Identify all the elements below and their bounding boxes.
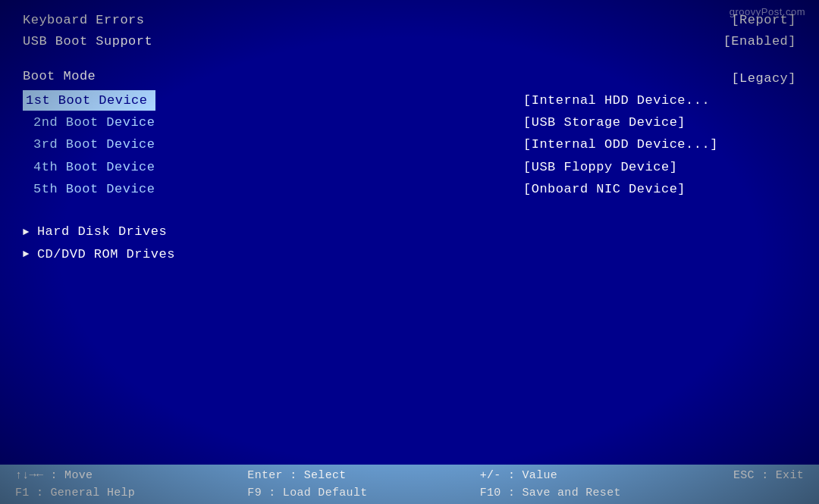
boot-device-5th[interactable]: 5th Boot Device xyxy=(23,179,155,199)
main-content: Keyboard Errors [Report] USB Boot Suppor… xyxy=(0,0,819,468)
boot-device-3rd[interactable]: 3rd Boot Device xyxy=(23,134,155,155)
bar-esc-line1: ESC : Exit xyxy=(733,467,804,484)
boot-device-2nd[interactable]: 2nd Boot Device xyxy=(23,112,155,133)
bar-select-line2: F9 : Load Default xyxy=(247,484,367,502)
keyboard-errors-label: Keyboard Errors xyxy=(23,11,145,30)
usb-boot-label: USB Boot Support xyxy=(23,32,152,52)
watermark-label: groovyPost.com xyxy=(730,6,805,17)
submenu-hdd[interactable]: ► Hard Disk Drives xyxy=(23,221,796,243)
bar-move-line1: ↑↓→← : Move xyxy=(15,467,93,484)
arrow-icon-dvd: ► xyxy=(23,245,30,264)
bar-select-line1: Enter : Select xyxy=(247,467,346,484)
bar-move-line2: F1 : General Help xyxy=(15,484,135,502)
boot-value-4th: [USB Floppy Device] xyxy=(523,157,796,177)
boot-section: Boot Mode [Legacy] 1st Boot Device 2nd B… xyxy=(23,69,796,199)
boot-mode-value: [Legacy] xyxy=(523,69,796,89)
boot-devices-left: 1st Boot Device 2nd Boot Device 3rd Boot… xyxy=(23,90,155,199)
submenu-hdd-label: Hard Disk Drives xyxy=(37,221,167,243)
top-section: Keyboard Errors [Report] USB Boot Suppor… xyxy=(23,11,796,52)
usb-boot-value: [Enabled] xyxy=(523,32,796,52)
boot-value-3rd: [Internal ODD Device...] xyxy=(523,134,796,155)
boot-value-1st: [Internal HDD Device... xyxy=(523,90,796,111)
keyboard-errors-row: Keyboard Errors [Report] xyxy=(23,11,796,30)
boot-value-2nd: [USB Storage Device] xyxy=(523,112,796,133)
boot-value-5th: [Onboard NIC Device] xyxy=(523,179,796,199)
boot-mode-label: Boot Mode xyxy=(23,69,96,83)
boot-device-4th[interactable]: 4th Boot Device xyxy=(23,157,155,177)
arrow-icon-hdd: ► xyxy=(23,223,30,242)
boot-mode-row: Boot Mode [Legacy] xyxy=(23,69,796,89)
submenu-section: ► Hard Disk Drives ► CD/DVD ROM Drives xyxy=(23,221,796,266)
bar-group-move: ↑↓→← : Move F1 : General Help xyxy=(15,467,135,502)
usb-boot-row: USB Boot Support [Enabled] xyxy=(23,32,796,52)
submenu-dvd[interactable]: ► CD/DVD ROM Drives xyxy=(23,243,796,266)
bar-group-esc: ESC : Exit xyxy=(733,467,804,484)
bar-value-line1: +/- : Value xyxy=(480,467,557,484)
bar-group-select: Enter : Select F9 : Load Default xyxy=(247,467,367,502)
bios-screen: groovyPost.com Keyboard Errors [Report] … xyxy=(0,0,819,504)
boot-devices-grid: 1st Boot Device 2nd Boot Device 3rd Boot… xyxy=(23,90,796,199)
submenu-dvd-label: CD/DVD ROM Drives xyxy=(37,243,175,266)
boot-devices-right: [Internal HDD Device... [USB Storage Dev… xyxy=(523,90,796,199)
bottom-bar: ↑↓→← : Move F1 : General Help Enter : Se… xyxy=(0,465,819,504)
bar-group-value: +/- : Value F10 : Save and Reset xyxy=(480,467,621,502)
boot-device-1st[interactable]: 1st Boot Device xyxy=(23,90,155,111)
bottom-bar-inner: ↑↓→← : Move F1 : General Help Enter : Se… xyxy=(15,467,804,502)
bar-value-line2: F10 : Save and Reset xyxy=(480,484,621,502)
